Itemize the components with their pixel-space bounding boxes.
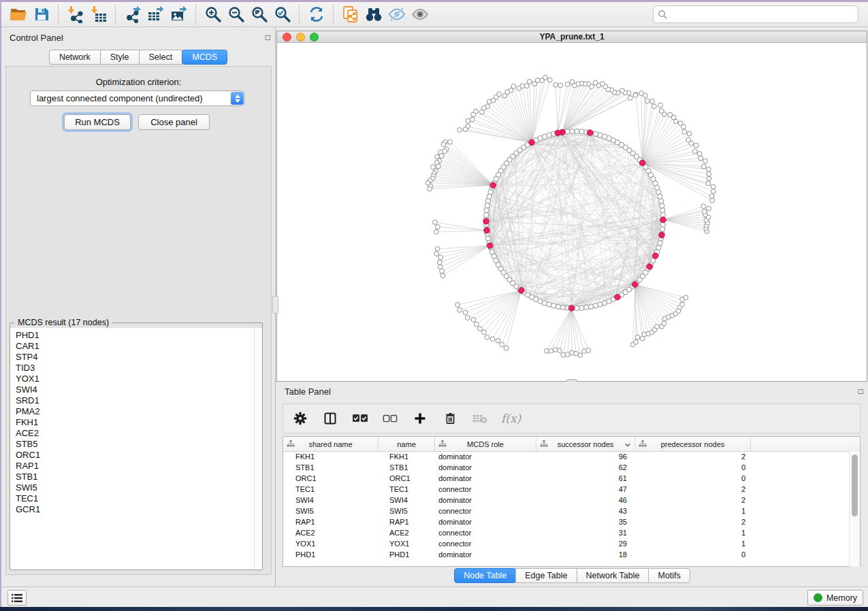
column-label: MCDS role <box>467 440 504 448</box>
cell: connector <box>435 538 536 549</box>
hierarchy-icon <box>287 440 295 449</box>
cell: PHD1 <box>379 549 435 560</box>
open-folder-icon[interactable] <box>7 4 30 24</box>
save-icon[interactable] <box>30 4 53 24</box>
add-column-icon[interactable] <box>411 410 429 427</box>
table-row[interactable]: ORC1ORC1dominator610 <box>283 473 860 484</box>
toolbar-separator <box>333 5 334 24</box>
cell: 61 <box>536 473 635 484</box>
column-header-predecessor-nodes[interactable]: predecessor nodes <box>635 437 751 451</box>
memory-status-dot-icon <box>814 593 822 602</box>
cytoscape-application-window: Control Panel □ ✖ Network Style Select M… <box>0 0 868 611</box>
network-canvas[interactable] <box>277 43 867 381</box>
table-row[interactable]: SWI4SWI4dominator462 <box>283 495 860 506</box>
column-header-MCDS-role[interactable]: MCDS role <box>435 437 536 451</box>
zoom-out-icon[interactable] <box>225 4 248 24</box>
show-columns-icon[interactable] <box>321 410 339 427</box>
export-image-icon[interactable] <box>167 4 191 24</box>
cell: dominator <box>435 462 536 473</box>
table-scrollbar-thumb[interactable] <box>852 455 858 516</box>
hierarchy-icon <box>540 440 548 449</box>
mcds-result-scrollbar[interactable] <box>254 328 262 569</box>
function-builder-icon[interactable]: f(x) <box>501 412 521 425</box>
table-header: shared namenameMCDS rolesuccessor nodesp… <box>283 437 860 452</box>
column-header-name[interactable]: name <box>379 437 435 451</box>
export-table-icon[interactable] <box>144 4 167 24</box>
cell: 2 <box>635 484 751 495</box>
status-bar: Memory <box>1 587 868 607</box>
export-network-icon[interactable] <box>121 4 144 24</box>
zoom-selected-icon[interactable] <box>271 4 294 24</box>
import-network-icon[interactable] <box>64 4 87 24</box>
search-input[interactable] <box>668 9 854 20</box>
table-row[interactable]: STB1STB1dominator620 <box>283 462 860 473</box>
cell: ACE2 <box>379 527 435 538</box>
column-header-shared-name[interactable]: shared name <box>283 437 379 451</box>
cell: 1 <box>635 527 751 538</box>
cell: dominator <box>435 451 536 462</box>
search-binoculars-icon[interactable] <box>362 4 385 24</box>
node-table: shared namenameMCDS rolesuccessor nodesp… <box>283 436 861 567</box>
mcds-result-item: TEC1 <box>16 493 254 504</box>
cell: 35 <box>536 516 635 527</box>
refresh-layout-icon[interactable] <box>305 4 328 24</box>
import-table-icon[interactable] <box>87 4 110 24</box>
global-search-field[interactable] <box>653 5 858 23</box>
table-settings-gear-icon[interactable] <box>291 410 309 427</box>
close-panel-button[interactable]: Close panel <box>138 114 210 130</box>
float-window-icon[interactable]: □ <box>266 33 270 42</box>
tab-edge-table[interactable]: Edge Table <box>515 568 577 583</box>
table-row[interactable]: PHD1PHD1dominator180 <box>283 549 860 560</box>
cell: TEC1 <box>379 484 435 495</box>
delete-table-disabled-icon[interactable] <box>471 410 489 427</box>
network-window-title: YPA_prune.txt_1 <box>277 32 867 42</box>
cell: connector <box>435 484 536 495</box>
mcds-result-item: CAR1 <box>16 341 254 352</box>
optimization-criterion-dropdown[interactable]: largest connected component (undirected) <box>30 90 245 106</box>
dropdown-stepper-icon <box>231 92 244 105</box>
tab-select[interactable]: Select <box>139 50 183 65</box>
tab-network[interactable]: Network <box>49 50 101 65</box>
column-header-successor-nodes[interactable]: successor nodes <box>536 437 635 451</box>
tab-motifs[interactable]: Motifs <box>648 568 690 583</box>
deselect-all-checkboxes-icon[interactable] <box>381 410 399 427</box>
table-row[interactable]: RAP1RAP1dominator352 <box>283 516 860 527</box>
run-mcds-button[interactable]: Run MCDS <box>64 114 131 130</box>
cell: ORC1 <box>379 473 435 484</box>
select-all-checkboxes-icon[interactable] <box>351 410 369 427</box>
column-label: predecessor nodes <box>661 440 725 448</box>
cell: 2 <box>635 516 751 527</box>
tab-network-table[interactable]: Network Table <box>577 568 649 583</box>
table-row[interactable]: FKH1FKH1dominator962 <box>283 451 860 462</box>
float-window-icon[interactable]: □ <box>858 387 863 395</box>
tab-style[interactable]: Style <box>100 50 140 65</box>
table-row[interactable]: SWI5SWI5connector431 <box>283 506 860 516</box>
mcds-result-item: GCR1 <box>16 504 254 515</box>
vertical-splitter-handle[interactable] <box>272 296 278 314</box>
hide-selected-eye-slash-icon[interactable] <box>385 4 408 24</box>
table-row[interactable]: TEC1TEC1connector472 <box>283 484 860 495</box>
table-toolbar: f(x) <box>283 403 861 433</box>
clone-network-icon[interactable] <box>339 4 362 24</box>
tab-node-table[interactable]: Node Table <box>454 568 516 583</box>
mcds-result-item: SWI5 <box>16 482 254 493</box>
mcds-result-list[interactable]: PHD1CAR1STP4TID3YOX1SWI4SRD1PMA2FKH1ACE2… <box>10 328 254 569</box>
memory-button[interactable]: Memory <box>807 590 863 606</box>
cell: SWI4 <box>283 495 379 506</box>
tab-mcds[interactable]: MCDS <box>182 50 227 65</box>
task-history-button[interactable] <box>7 590 27 606</box>
cell: YOX1 <box>379 538 435 549</box>
table-scrollbar[interactable] <box>849 451 860 567</box>
table-row[interactable]: ACE2ACE2connector311 <box>283 527 860 538</box>
zoom-fit-icon[interactable] <box>248 4 271 24</box>
table-row[interactable]: YOX1YOX1connector291 <box>283 538 860 549</box>
table-panel: Table Panel □ ✖ <box>276 382 868 587</box>
mcds-result-item: ACE2 <box>16 428 254 439</box>
search-icon <box>658 10 668 20</box>
network-window-titlebar[interactable]: YPA_prune.txt_1 <box>277 31 867 43</box>
show-all-eye-icon[interactable] <box>408 4 432 24</box>
zoom-in-icon[interactable] <box>202 4 225 24</box>
cell: connector <box>435 527 536 538</box>
delete-column-trash-icon[interactable] <box>441 410 459 427</box>
cell: YOX1 <box>283 538 379 549</box>
